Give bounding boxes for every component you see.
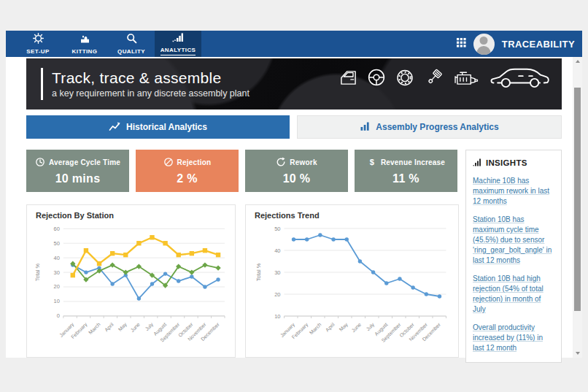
nav-tab-setup[interactable]: SET-UP (15, 31, 61, 57)
app-window: SET-UP KITTING QUALITY (6, 31, 582, 358)
rejection-by-station-chart: 0102030405060Total %JanuaryFebruaryMarch… (33, 220, 231, 358)
insights-heading: INSIGHTS (486, 158, 527, 167)
bar-chart-icon (360, 121, 370, 134)
rejections-trend-chart: 1020304050Total %JanuaryFebruaryMarchApr… (252, 220, 454, 358)
nav-right-group: TRACEABILITY (457, 31, 582, 57)
kpi-value: 2 % (177, 172, 197, 185)
insight-link[interactable]: Overall productivity increased by (11%) … (473, 323, 554, 353)
kpi-label: Rejection (177, 158, 212, 166)
hero-icon-row (339, 66, 552, 89)
kpi-average-cycle-time: Average Cycle Time 10 mins (26, 150, 129, 192)
rework-icon (276, 157, 286, 169)
line-chart-icon (109, 121, 120, 134)
hero-title: Track, trace & assemble (52, 69, 249, 86)
view-tabs: Historical Analytics Assembly Progress A… (26, 115, 562, 139)
insight-link[interactable]: Station 10B had high rejection (54% of t… (473, 274, 554, 315)
svg-text:30: 30 (54, 269, 60, 276)
tire-icon (395, 68, 414, 88)
insight-link[interactable]: Machine 10B has maximum rework in last 1… (473, 176, 554, 207)
clock-icon (35, 157, 45, 169)
chart-title: Rejections Trend (255, 211, 454, 220)
tab-label: Assembly Progress Analytics (376, 122, 498, 132)
hero-banner: Track, trace & assemble a key requiremen… (26, 58, 562, 109)
svg-text:$: $ (370, 158, 374, 166)
svg-text:July: July (365, 321, 376, 332)
avatar-shoulders (477, 46, 491, 55)
nav-tab-label: QUALITY (117, 48, 145, 55)
tab-historical-analytics[interactable]: Historical Analytics (26, 115, 290, 139)
gear-icon (33, 33, 44, 47)
hero-accent-bar (41, 68, 43, 100)
chart-title: Rejection By Station (36, 211, 231, 220)
tab-label: Historical Analytics (126, 122, 207, 132)
bar-chart-icon (172, 32, 184, 45)
svg-text:Total %: Total % (255, 263, 262, 281)
nav-tab-analytics[interactable]: ANALYTICS (155, 31, 201, 57)
kpi-label: Rework (290, 158, 317, 166)
charts-row: Rejection By Station 0102030405060Total … (26, 204, 459, 358)
steering-wheel-icon (367, 68, 386, 87)
avatar-head (480, 36, 488, 45)
kpi-value: 11 % (392, 172, 419, 185)
rejection-by-station-card: Rejection By Station 0102030405060Total … (26, 204, 236, 358)
svg-text:Total %: Total % (34, 263, 41, 281)
svg-text:July: July (144, 321, 155, 332)
kpi-value: 10 % (283, 172, 311, 185)
svg-text:June: June (350, 322, 362, 334)
ban-icon (163, 157, 174, 169)
svg-text:April: April (104, 321, 115, 333)
svg-text:50: 50 (274, 226, 280, 232)
kpi-label: Average Cycle Time (49, 158, 120, 166)
svg-text:June: June (129, 321, 141, 333)
nav-tab-kitting[interactable]: KITTING (61, 31, 108, 57)
svg-text:10: 10 (274, 313, 280, 320)
hero-subtitle: a key requirement in any discrete assemb… (52, 88, 249, 99)
svg-text:30: 30 (274, 269, 280, 276)
scroll-up-arrow-icon[interactable] (573, 57, 582, 66)
apps-grid-icon[interactable] (457, 37, 466, 50)
scroll-down-arrow-icon[interactable] (573, 349, 582, 358)
nav-tab-label: KITTING (72, 48, 98, 55)
kpi-rework: Rework 10 % (245, 150, 348, 192)
engine-icon (453, 68, 479, 88)
insights-panel: INSIGHTS Machine 10B has maximum rework … (465, 150, 562, 363)
brand-logo[interactable]: TRACEABILITY (502, 39, 575, 50)
svg-text:March: March (309, 322, 322, 336)
svg-text:20: 20 (54, 284, 60, 291)
kpi-row: Average Cycle Time 10 mins Rejection (26, 150, 459, 192)
scrollbar-thumb[interactable] (574, 88, 581, 311)
tab-assembly-progress-analytics[interactable]: Assembly Progress Analytics (297, 115, 562, 139)
svg-text:10: 10 (54, 298, 60, 304)
nav-tab-label: SET-UP (26, 48, 49, 55)
car-icon (489, 66, 552, 89)
magnifier-icon (126, 33, 137, 47)
rejections-trend-card: Rejections Trend 1020304050Total %Januar… (245, 204, 459, 358)
kpi-revenue-increase: $ Revenue Increase 11 % (355, 150, 457, 192)
svg-text:0: 0 (57, 312, 60, 319)
top-navbar: SET-UP KITTING QUALITY (6, 31, 582, 57)
svg-text:60: 60 (54, 226, 60, 232)
piston-icon (424, 68, 444, 88)
vertical-scrollbar[interactable] (573, 57, 582, 358)
insight-link[interactable]: Station 10B has maximum cycle time (45.5… (473, 215, 554, 266)
dollar-icon: $ (367, 157, 377, 169)
kpi-value: 10 mins (55, 172, 101, 185)
car-door-icon (339, 69, 357, 86)
svg-text:May: May (117, 321, 128, 332)
svg-text:20: 20 (274, 291, 280, 298)
svg-text:April: April (325, 321, 336, 333)
bar-chart-icon (473, 158, 482, 168)
svg-text:May: May (339, 321, 349, 332)
nav-tab-quality[interactable]: QUALITY (108, 31, 155, 57)
kpi-rejection: Rejection 2 % (136, 150, 239, 192)
svg-text:40: 40 (274, 247, 280, 254)
user-avatar[interactable] (473, 34, 495, 55)
kitting-icon (80, 34, 90, 47)
page-content: Track, trace & assemble a key requiremen… (6, 57, 582, 363)
svg-text:March: March (88, 321, 101, 335)
nav-tab-label: ANALYTICS (160, 47, 196, 55)
svg-text:50: 50 (54, 240, 60, 247)
svg-text:40: 40 (54, 255, 60, 261)
kpi-label: Revenue Increase (381, 158, 445, 166)
